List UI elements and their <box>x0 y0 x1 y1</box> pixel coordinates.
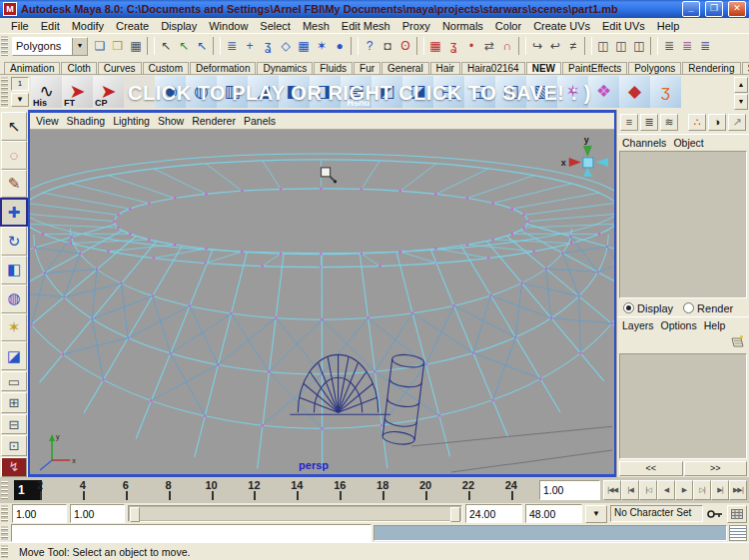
shelf-scroll-down[interactable]: ▼ <box>734 94 748 110</box>
menu-modify[interactable]: Modify <box>67 20 109 32</box>
toolbar-divider[interactable] <box>650 37 658 55</box>
move-manipulator[interactable]: y x <box>561 135 608 177</box>
cb-menu-channels[interactable]: Channels <box>622 137 673 149</box>
character-set-dropdown-arrow[interactable]: ▼ <box>585 505 607 523</box>
attribute-editor-toggle[interactable]: ≣ <box>660 37 678 56</box>
time-slider-grip[interactable] <box>1 479 8 501</box>
menu-display[interactable]: Display <box>156 20 202 32</box>
toolbar-divider[interactable] <box>584 37 592 55</box>
shelf-hshd[interactable]: ▤Hshd <box>341 76 372 108</box>
cb-menu-object[interactable]: Object <box>673 137 710 149</box>
shelf-poly-merge[interactable]: ◪ <box>402 76 433 108</box>
shelf-tab-general[interactable]: General <box>381 62 429 74</box>
shelf-tab-haira02164[interactable]: Haira02164 <box>461 62 525 74</box>
channel-box-toggle[interactable]: ≣ <box>696 37 714 56</box>
shelf-tab-fluids[interactable]: Fluids <box>314 62 353 74</box>
shelf-poly-cone[interactable]: ◢ <box>248 76 279 108</box>
help-line-grip[interactable] <box>1 545 8 558</box>
scroll-left-button[interactable]: << <box>619 461 683 476</box>
scale-tool[interactable]: ◧ <box>1 256 27 284</box>
toolbar-divider[interactable] <box>351 37 359 55</box>
menu-edit-uvs[interactable]: Edit UVs <box>597 20 650 32</box>
dropdown-arrow-icon[interactable]: ▼ <box>72 38 87 55</box>
snap-to-grids[interactable]: + <box>241 37 259 56</box>
vp-menu-view[interactable]: View <box>34 115 65 127</box>
script-editor-icon[interactable] <box>729 525 747 541</box>
channel-box-area[interactable] <box>619 151 747 298</box>
soft-mod-tool[interactable]: ◍ <box>1 284 27 313</box>
toolbar-divider[interactable] <box>147 37 155 55</box>
command-input[interactable] <box>11 524 372 542</box>
vp-menu-lighting[interactable]: Lighting <box>111 115 156 127</box>
menu-window[interactable]: Window <box>204 20 253 32</box>
shelf-tab-deformation[interactable]: Deformation <box>190 62 256 74</box>
range-handle-left[interactable] <box>130 507 140 522</box>
color-feedback-icon[interactable]: ∴ <box>688 114 706 131</box>
grid-magnet[interactable]: ▦ <box>426 37 444 56</box>
range-handle-right[interactable] <box>450 507 460 522</box>
shelf-tab-rendering[interactable]: Rendering <box>682 62 740 74</box>
toolbar-divider[interactable] <box>416 37 424 55</box>
range-slider-grip[interactable] <box>1 505 8 523</box>
shelf-poly-split[interactable]: ◩ <box>372 76 402 108</box>
shelf-index-box[interactable]: 1 <box>11 77 29 91</box>
shelf-grip[interactable] <box>1 77 8 108</box>
show-manipulator-tool[interactable]: ✶ <box>1 313 27 342</box>
magnet[interactable]: ∩ <box>498 37 516 56</box>
layer-menu-help[interactable]: Help <box>704 319 733 331</box>
shelf-soft-select-b[interactable]: ❖ <box>588 76 619 108</box>
vp-menu-shading[interactable]: Shading <box>65 115 112 127</box>
shelf-scroll-up[interactable]: ▲ <box>734 77 748 93</box>
shelf-tab-dynamics[interactable]: Dynamics <box>257 62 313 74</box>
highlight-active[interactable]: ʘ <box>396 37 414 56</box>
curve-magnet[interactable]: ʓ <box>444 37 462 56</box>
shelf-poly-mirror[interactable]: ◫ <box>495 76 526 108</box>
go-to-playback-start[interactable]: |◀◀ <box>603 480 621 500</box>
shelf-tab-hair[interactable]: Hair <box>430 62 460 74</box>
shelf-empty[interactable] <box>124 76 155 108</box>
tool-settings-toggle[interactable]: ≣ <box>678 37 696 56</box>
shelf-poly-sphere-verts[interactable]: ◍ <box>186 76 217 108</box>
time-ticks[interactable]: 1 24681012141618202224 <box>9 479 536 501</box>
shelf-poly-extrude[interactable]: ◰ <box>433 76 464 108</box>
playback-end-field[interactable] <box>465 504 522 523</box>
menu-normals[interactable]: Normals <box>437 20 488 32</box>
shelf-poly-smooth[interactable]: ▧ <box>526 76 557 108</box>
layout-four-pane[interactable]: ⊞ <box>1 392 27 412</box>
select-by-hierarchy[interactable]: ↖ <box>157 37 175 56</box>
shelf-curve-tool[interactable]: ʒ <box>650 76 681 108</box>
shelf-tab-polygons[interactable]: Polygons <box>628 62 681 74</box>
open-scene[interactable]: ❒ <box>109 37 127 56</box>
radio-display[interactable]: Display <box>623 302 673 314</box>
shelf-tab-painteffects[interactable]: PaintEffects <box>562 62 627 74</box>
animation-start-field[interactable] <box>12 504 67 523</box>
highlight-selection-mode[interactable]: ≣ <box>223 37 241 56</box>
layer-list-area[interactable] <box>619 353 747 459</box>
shelf-poly-plane-move[interactable]: ◧ <box>279 76 310 108</box>
move-tool[interactable]: ✚ <box>0 198 28 227</box>
lock-selection[interactable]: ◘ <box>378 37 396 56</box>
range-slider-bar[interactable] <box>138 507 452 520</box>
menu-create-uvs[interactable]: Create UVs <box>528 20 595 32</box>
current-time-field[interactable] <box>539 480 600 500</box>
menu-mesh[interactable]: Mesh <box>298 20 335 32</box>
save-scene[interactable]: ▦ <box>127 37 145 56</box>
ipr-render[interactable]: ◫ <box>612 37 630 56</box>
output-connections[interactable]: ↩ <box>546 37 564 56</box>
toolbar-divider[interactable] <box>213 37 221 55</box>
rotate-tool[interactable]: ↻ <box>1 227 27 256</box>
layout-persp-graph[interactable]: ⊡ <box>1 435 27 455</box>
viewport[interactable]: y x y x <box>30 130 614 474</box>
new-scene[interactable]: ❏ <box>91 37 109 56</box>
toolbar-divider[interactable] <box>518 37 526 55</box>
snap-together[interactable]: ● <box>331 37 349 56</box>
shelf-tab-cloth[interactable]: Cloth <box>61 62 96 74</box>
layer-menu-layers[interactable]: Layers <box>622 319 661 331</box>
shelf-poly-cylinder[interactable]: ▥ <box>217 76 248 108</box>
menu-color[interactable]: Color <box>490 20 526 32</box>
command-line-grip[interactable] <box>1 526 8 540</box>
menu-proxy[interactable]: Proxy <box>397 20 435 32</box>
shelf-tab-custom[interactable]: Custom <box>143 62 189 74</box>
select-tool[interactable]: ↖ <box>1 112 27 141</box>
menu-edit-mesh[interactable]: Edit Mesh <box>337 20 395 32</box>
